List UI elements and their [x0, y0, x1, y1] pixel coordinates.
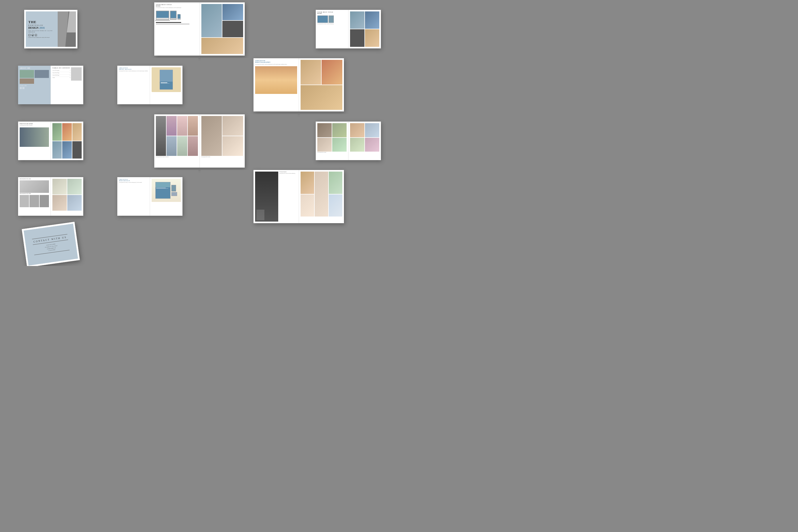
pg2 [62, 123, 72, 141]
product-title-2: PHOTOGRAPHY STILL HERE [20, 193, 49, 194]
tech-photo-2 [222, 4, 243, 20]
wedding-grid [301, 172, 343, 216]
port-r4 [365, 138, 379, 152]
cover-subtitle: THE SELECTED WORK OF CALVIN SHEERAN [28, 30, 55, 33]
fashion-7 [188, 136, 198, 156]
cell-tech-wide: YOUR BEST TITLEHERE Lorem ipsum dolor si… [101, 2, 298, 56]
wed-1 [301, 172, 314, 194]
prod-g2 [30, 195, 39, 208]
web-right [150, 177, 183, 216]
cell-photo-grid: PHOTOGRAPHY Lorem ipsum dolor sit amet c… [2, 114, 99, 168]
web-left: CREATIVEWEB DESIGN Lorem ipsum dolor sit… [117, 177, 150, 216]
fashion-desc: Lorem ipsum dolor sit amet consectetur. [156, 157, 198, 158]
photo-n2 [365, 12, 379, 29]
port-r1 [350, 123, 364, 137]
bride-silhouette [256, 210, 264, 220]
tech-page-right [200, 2, 245, 56]
about-photo-3 [20, 78, 34, 84]
port-1 [317, 123, 332, 137]
about-photo-2 [35, 70, 49, 78]
photo-grid-title: PHOTOGRAPHY [20, 123, 49, 125]
devices-row [156, 11, 198, 20]
cell-portrait: Lorem ipsum dolor sit amet. [300, 114, 397, 168]
photo-n3 [350, 29, 364, 47]
tech-narrow-booklet: YOUR BEST TITLEHERE Lorem ipsum dolor si… [316, 10, 381, 49]
fashion-booklet: Lorem ipsum dolor sit amet consectetur. … [154, 114, 245, 168]
contact-page: CONTACT WITH US YOUR TITLE HERE 123 Addr… [23, 224, 78, 266]
tech-narrow-right [348, 10, 381, 49]
tech-narrow-title: YOUR BEST TITLEHERE [317, 12, 347, 14]
about-left-page: ABOUT ME FIND ME [18, 66, 51, 104]
social-icon-1 [20, 87, 22, 89]
fashion-6 [177, 136, 187, 156]
cell-print: CREATIVEPRINT DESIGN Lorem ipsum dolor s… [101, 58, 198, 112]
product-grid [20, 195, 49, 208]
photo-n4 [365, 29, 379, 47]
port-3 [317, 138, 332, 152]
about-find-me: FIND ME [20, 85, 49, 89]
photo-grid-body: Lorem ipsum dolor sit amet consectetur. [20, 125, 49, 126]
web-tablet-sm [171, 192, 177, 196]
photo-r1 [301, 60, 321, 84]
phone-mockup [177, 14, 180, 20]
cover-icon-home: ⌂ [28, 34, 31, 36]
port-r2 [365, 123, 379, 137]
print-title: CREATIVEPRINT DESIGN [119, 67, 148, 70]
sunset-photo [255, 66, 297, 94]
photo-body: Lorem ipsum dolor sit amet, consectetur … [255, 64, 297, 65]
pg6 [72, 141, 82, 159]
wedding-title: Wedding photography [279, 172, 297, 173]
wed-5 [329, 194, 342, 217]
about-title: ABOUT ME [20, 67, 49, 69]
web-screen [155, 182, 170, 199]
port-2 [332, 123, 347, 137]
product-right-grid [52, 179, 82, 211]
portrait-grid [317, 123, 347, 151]
tech-photo-grid [201, 4, 243, 54]
prod-r2 [67, 179, 82, 194]
web-mockup [152, 179, 181, 202]
tech-narrow-desc: Lorem ipsum dolor sit amet consectetur a… [317, 24, 347, 25]
tech-bottom-text [156, 22, 198, 25]
cover-page-left: THE PORTFOLIO DESIGN 2016 THE SELECTED W… [26, 12, 58, 47]
fashion-4 [188, 116, 198, 136]
print-right-page [150, 66, 183, 104]
fashion-r2 [222, 116, 243, 136]
cell-about: ABOUT ME FIND ME [2, 58, 99, 112]
cell-contact: CONTACT WITH US YOUR TITLE HERE 123 Addr… [2, 225, 99, 264]
tech-spread-booklet: YOUR BEST TITLEHERE Lorem ipsum dolor si… [154, 2, 245, 56]
photo-right-grid [301, 60, 343, 110]
fashion-right-desc: Lorem ipsum dolor sit amet. [201, 157, 243, 158]
wedding-desc: Lorem ipsum dolor sit amet consectetur a… [279, 173, 297, 174]
portrait-left: Lorem ipsum dolor sit amet. [316, 121, 348, 160]
print-tablet [159, 70, 173, 89]
photo-grid-main [20, 128, 49, 147]
cover-title-the: THE [28, 20, 55, 24]
cover-title-portfolio: PORTFOLIO [28, 24, 43, 26]
about-booklet: ABOUT ME FIND ME [18, 66, 83, 104]
photo-small-grid [52, 123, 82, 158]
fashion-right-grid [201, 116, 243, 156]
photo-grid-left: PHOTOGRAPHY Lorem ipsum dolor sit amet c… [18, 121, 51, 160]
pg4 [52, 141, 62, 159]
laptop-mockup [156, 11, 169, 20]
fashion-5 [167, 136, 177, 156]
pg5 [62, 141, 72, 159]
port-4 [332, 138, 347, 152]
portrait-desc: Lorem ipsum dolor sit amet. [317, 152, 347, 153]
about-portrait [71, 67, 82, 81]
print-left-page: CREATIVEPRINT DESIGN Lorem ipsum dolor s… [117, 66, 150, 104]
tech-narrow-devices [317, 15, 347, 23]
prod-r3 [52, 195, 67, 211]
prod-g3 [40, 195, 49, 208]
print-body: Lorem ipsum dolor sit amet, consectetur … [119, 71, 148, 72]
print-booklet: CREATIVEPRINT DESIGN Lorem ipsum dolor s… [117, 66, 183, 104]
portrait-booklet: Lorem ipsum dolor sit amet. [316, 121, 381, 160]
cell-tech-narrow: YOUR BEST TITLEHERE Lorem ipsum dolor si… [300, 2, 397, 56]
building-image [58, 12, 76, 47]
photo-wide-booklet: CREATIVEPHOTOGRAPHY Lorem ipsum dolor si… [253, 58, 344, 111]
cell-product: PHOTOGRAPHY STILL HERE PHOTOGRAPHY STILL… [2, 170, 99, 223]
photo-title: CREATIVEPHOTOGRAPHY [255, 60, 297, 63]
tech-narrow-left: YOUR BEST TITLEHERE Lorem ipsum dolor si… [316, 10, 348, 49]
pg1 [52, 123, 62, 141]
